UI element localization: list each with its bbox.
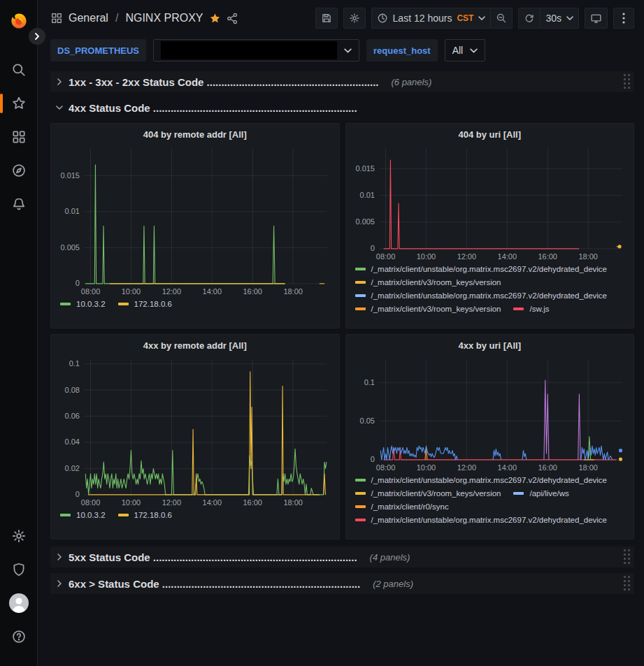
legend-item[interactable]: /_matrix/client/unstable/org.matrix.msc2…: [355, 265, 608, 273]
legend-item[interactable]: 10.0.3.2: [60, 511, 106, 519]
kebab-icon: [622, 13, 625, 24]
row-panel-count: (6 panels): [391, 77, 431, 87]
grafana-logo[interactable]: [5, 7, 33, 35]
toolbar: Last 12 hours CST 30s: [315, 8, 634, 29]
panel-404-by-uri: 404 by uri [All] 00.0050.010.01508:0010:…: [345, 123, 635, 328]
legend-item[interactable]: /_matrix/client/unstable/org.matrix.msc2…: [355, 476, 608, 484]
sidebar-item-profile[interactable]: [5, 589, 33, 617]
legend-label: /_matrix/client/r0/sync: [371, 502, 449, 511]
legend-label: /_matrix/client/v3/room_keys/version: [371, 305, 501, 313]
datasource-variable-select[interactable]: [153, 39, 359, 61]
row-header-5xx[interactable]: 5xx Status Code ........................…: [50, 546, 634, 567]
legend-item[interactable]: /api/live/ws: [513, 489, 568, 498]
panel-title[interactable]: 4xx by uri [All]: [352, 338, 628, 354]
panel-title[interactable]: 404 by uri [All]: [352, 127, 628, 143]
legend-label: /_matrix/client/unstable/org.matrix.msc2…: [371, 516, 608, 524]
variables-submenu: DS_PROMETHEUS request_host All: [38, 36, 644, 67]
sidebar-item-help[interactable]: [5, 623, 33, 651]
question-circle-icon: [11, 629, 27, 644]
time-zoom-out-button[interactable]: [490, 8, 513, 29]
legend-label: /_matrix/client/v3/room_keys/version: [371, 278, 501, 287]
legend-swatch: [355, 492, 366, 495]
datasource-variable-value: [161, 41, 337, 59]
panel-legend: 10.0.3.2172.18.0.6: [57, 508, 333, 536]
svg-text:0: 0: [370, 455, 374, 463]
sidebar-item-starred[interactable]: [5, 89, 33, 117]
svg-text:0.01: 0.01: [359, 191, 374, 199]
chevron-right-icon: [56, 580, 63, 587]
grafana-flame-icon: [10, 12, 28, 30]
refresh-interval-picker[interactable]: 30s: [540, 8, 579, 29]
chart-canvas[interactable]: 00.050.108:0010:0012:0014:0016:0018:00: [352, 354, 628, 473]
svg-text:14:00: 14:00: [497, 463, 516, 472]
legend-item[interactable]: 172.18.0.6: [118, 300, 172, 308]
sidebar-item-server-admin[interactable]: [5, 556, 33, 584]
sidebar-item-search[interactable]: [5, 56, 33, 84]
datasource-variable-label: DS_PROMETHEUS: [50, 39, 146, 61]
more-options-button[interactable]: [613, 8, 634, 29]
panel-title[interactable]: 4xx by remote addr [All]: [57, 338, 333, 354]
legend-item[interactable]: /_matrix/client/unstable/org.matrix.msc2…: [355, 516, 608, 524]
timezone-badge: CST: [457, 13, 473, 23]
panel-title[interactable]: 404 by remote addr [All]: [57, 127, 333, 143]
clock-icon: [377, 13, 388, 24]
legend-swatch: [60, 514, 71, 516]
legend-item[interactable]: 10.0.3.2: [60, 300, 106, 308]
legend-item[interactable]: /_matrix/client/v3/room_keys/version: [355, 278, 501, 287]
svg-text:16:00: 16:00: [243, 498, 262, 507]
svg-text:12:00: 12:00: [457, 463, 475, 472]
svg-text:10:00: 10:00: [122, 287, 141, 296]
chart-canvas[interactable]: 00.0050.010.01508:0010:0012:0014:0016:00…: [352, 143, 628, 262]
legend-swatch: [355, 281, 366, 284]
legend-item[interactable]: /sw.js: [513, 305, 549, 313]
svg-text:16:00: 16:00: [538, 252, 557, 261]
time-range-picker[interactable]: Last 12 hours CST: [371, 8, 491, 29]
svg-text:0.005: 0.005: [61, 243, 80, 252]
chevron-down-icon: [478, 16, 485, 20]
svg-text:12:00: 12:00: [457, 252, 475, 261]
refresh-button[interactable]: [518, 8, 540, 29]
svg-text:0.015: 0.015: [355, 164, 374, 173]
row-header-1xx-3xx-2xx[interactable]: 1xx - 3xx - 2xx Status Code ............…: [50, 71, 634, 92]
sidebar-item-alerting[interactable]: [5, 190, 33, 218]
row-drag-handle[interactable]: [624, 576, 630, 594]
sidebar-item-settings[interactable]: [5, 522, 33, 550]
request-host-variable-select[interactable]: All: [445, 39, 486, 61]
row-drag-handle[interactable]: [624, 549, 630, 567]
legend-item[interactable]: /_matrix/client/v3/room_keys/version: [355, 305, 501, 313]
breadcrumb-section[interactable]: General: [69, 12, 108, 24]
legend-item[interactable]: /_matrix/client/v3/room_keys/version: [355, 489, 501, 498]
chart-canvas[interactable]: 00.0050.010.01508:0010:0012:0014:0016:00…: [57, 143, 333, 297]
dashboard-settings-button[interactable]: [343, 8, 366, 29]
chart-canvas[interactable]: 00.020.040.060.080.108:0010:0012:0014:00…: [57, 354, 333, 508]
legend-item[interactable]: 172.18.0.6: [118, 511, 172, 519]
sidebar-item-explore[interactable]: [5, 157, 33, 184]
sidebar-item-dashboards[interactable]: [5, 123, 33, 151]
svg-text:0.04: 0.04: [65, 437, 80, 446]
legend-label: /_matrix/client/unstable/org.matrix.msc2…: [371, 291, 608, 300]
request-host-variable-label: request_host: [366, 39, 438, 61]
page-title[interactable]: NGINX PROXY: [125, 12, 203, 24]
save-dashboard-button[interactable]: [315, 8, 338, 29]
svg-text:08:00: 08:00: [81, 287, 100, 296]
svg-text:0.08: 0.08: [65, 386, 80, 394]
gear-icon: [349, 13, 360, 24]
legend-swatch: [355, 479, 366, 482]
svg-text:18:00: 18:00: [283, 287, 302, 296]
save-icon: [321, 13, 332, 24]
chevron-right-icon: [56, 78, 63, 85]
row-header-4xx[interactable]: 4xx Status Code ........................…: [50, 98, 634, 117]
panel-legend: 10.0.3.2172.18.0.6: [57, 297, 333, 325]
tv-mode-button[interactable]: [585, 8, 608, 29]
row-drag-handle[interactable]: [624, 74, 630, 92]
star-filled-icon[interactable]: [209, 13, 221, 24]
sidebar-expand-button[interactable]: [29, 28, 45, 45]
legend-item[interactable]: /_matrix/client/unstable/org.matrix.msc2…: [355, 291, 608, 300]
row-title: 6xx > Status Code ......................…: [69, 578, 360, 590]
legend-item[interactable]: /_matrix/client/r0/sync: [355, 502, 449, 511]
share-icon[interactable]: [227, 13, 238, 24]
svg-text:0.1: 0.1: [69, 359, 80, 368]
chevron-down-icon: [56, 104, 63, 111]
row-header-6xx[interactable]: 6xx > Status Code ......................…: [50, 573, 634, 594]
legend-swatch: [355, 307, 366, 310]
